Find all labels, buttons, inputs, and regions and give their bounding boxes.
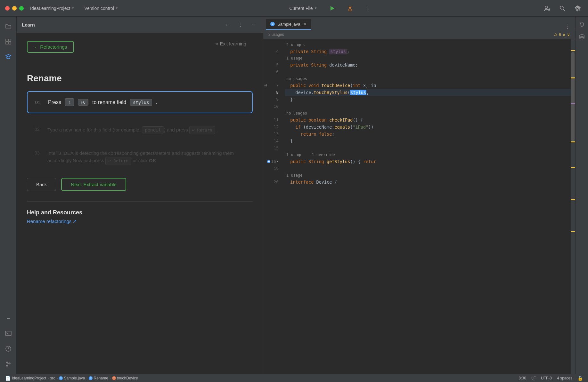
svg-point-19 xyxy=(8,350,9,350)
step-3-shortcut: ↩ Return xyxy=(105,157,131,165)
usage-marker-4: 2 usages xyxy=(285,42,571,48)
notifications-icon xyxy=(579,21,585,28)
minimize-button[interactable] xyxy=(12,6,17,11)
svg-point-1 xyxy=(349,9,351,11)
editor-panel: © Sample.java ✕ ⋮ 2 usages ⚠ 6 ∧ ∨ 4 xyxy=(263,17,575,374)
step-3-inner: 03 IntelliJ IDEA is detecting the corres… xyxy=(35,150,245,165)
indent-setting[interactable]: 4 spaces xyxy=(557,376,572,380)
project-selector[interactable]: IdeaLearningProject ▾ xyxy=(30,6,74,11)
step-2-text: Type a new name for this field (for exam… xyxy=(47,126,218,134)
learn-back-button[interactable]: ← xyxy=(223,20,232,29)
shortcut-shift-key: ⇧ xyxy=(65,98,74,106)
sidebar-item-learn[interactable] xyxy=(1,50,15,64)
settings-button[interactable] xyxy=(573,3,583,13)
more-menu-button[interactable]: ⋮ xyxy=(363,3,373,13)
line-num-5: 5 xyxy=(263,61,282,68)
version-control-selector[interactable]: Version control ▾ xyxy=(84,6,118,11)
sidebar-item-more[interactable]: ··· xyxy=(1,311,15,325)
statusbar: 📄 IdeaLearningProject › src › © Sample.j… xyxy=(0,374,588,382)
folder-icon xyxy=(5,23,12,30)
usage-marker-11: no usages xyxy=(285,110,571,116)
next-button[interactable]: Next: Extract variable xyxy=(61,178,126,191)
line-num-13: 13 xyxy=(263,131,282,138)
tab-label: Sample.java xyxy=(277,22,300,27)
notifications-button[interactable] xyxy=(576,19,587,30)
current-file-label: Current File xyxy=(289,6,313,11)
database-button[interactable] xyxy=(576,31,587,42)
sidebar-item-terminal[interactable] xyxy=(1,326,15,340)
editor-tab-sample-java[interactable]: © Sample.java ✕ xyxy=(266,19,311,30)
line-16-expand[interactable]: ▸ xyxy=(277,158,279,165)
breadcrumb-method[interactable]: m touchDevice xyxy=(112,376,138,380)
maximize-button[interactable] xyxy=(19,6,24,11)
learn-minimize-button[interactable]: − xyxy=(249,20,258,29)
line-ending[interactable]: LF xyxy=(531,376,536,380)
learn-more-button[interactable]: ⋮ xyxy=(236,20,245,29)
exit-learning-button[interactable]: ⇥ Exit learning xyxy=(208,38,253,49)
warning-badge: ⚠ 6 ∧ ∨ xyxy=(554,32,570,37)
breadcrumb-rename[interactable]: © Rename xyxy=(89,376,108,380)
sidebar-item-problems[interactable] xyxy=(1,342,15,356)
run-button[interactable] xyxy=(327,3,337,13)
code-editor: 4 5 6 @ 7 8 9 10 11 12 13 14 15 xyxy=(263,39,575,374)
tab-more-button[interactable]: ⋮ xyxy=(565,24,570,30)
tab-close-button[interactable]: ✕ xyxy=(303,21,307,27)
sidebar-item-folder[interactable] xyxy=(1,19,15,33)
version-chevron-icon: ▾ xyxy=(116,6,118,10)
editor-scrollbar[interactable] xyxy=(571,39,575,374)
help-divider xyxy=(27,201,253,202)
step-3-number: 03 xyxy=(35,150,44,155)
problems-icon xyxy=(5,345,12,352)
step-1-text-rename: to rename field xyxy=(92,99,126,105)
svg-point-20 xyxy=(6,362,8,363)
encoding[interactable]: UTF-8 xyxy=(541,376,552,380)
line-num-14: 14 xyxy=(263,138,282,145)
add-profile-icon xyxy=(544,5,550,12)
code-line-16: public String getStylus() { retur xyxy=(285,158,571,165)
scroll-mark-2 xyxy=(571,77,575,78)
step-1-row: 01 Press ⇧ F6 to rename field stylus . xyxy=(35,98,244,106)
breadcrumb-project[interactable]: IdeaLearningProject xyxy=(12,376,46,380)
sidebar-item-modules[interactable] xyxy=(1,35,15,49)
help-link[interactable]: Rename refactorings ↗ xyxy=(27,219,77,224)
tab-java-icon: © xyxy=(270,22,275,26)
warning-down-button[interactable]: ∨ xyxy=(567,32,570,37)
close-button[interactable] xyxy=(5,6,10,11)
code-line-10 xyxy=(285,103,571,110)
main-layout: ··· xyxy=(0,17,588,374)
code-content[interactable]: 2 usages private String stylus; 1 usage … xyxy=(282,39,571,374)
lock-icon[interactable]: 🔒 xyxy=(577,376,583,381)
scrollbar-thumb[interactable] xyxy=(571,52,575,141)
step-3-box: 03 IntelliJ IDEA is detecting the corres… xyxy=(27,145,253,170)
stylus-field: stylus xyxy=(329,49,347,54)
search-button[interactable] xyxy=(557,3,568,13)
breadcrumb-sep-2: › xyxy=(56,376,58,380)
cursor-position[interactable]: 8:30 xyxy=(519,376,526,380)
back-button[interactable]: Back xyxy=(27,178,56,191)
code-line-7: public void touchDevice(int x, in xyxy=(285,82,571,89)
svg-point-5 xyxy=(545,6,548,9)
sidebar-item-git[interactable] xyxy=(1,357,15,371)
breadcrumb-sep-4: › xyxy=(110,376,111,380)
usage-marker-5: 1 usage xyxy=(285,55,571,61)
line-num-8: 8 xyxy=(263,89,282,96)
breadcrumb-file[interactable]: © Sample.java xyxy=(59,376,85,380)
scroll-mark-4 xyxy=(571,141,575,142)
help-title: Help and Resources xyxy=(27,209,253,216)
svg-rect-14 xyxy=(9,42,11,44)
code-line-4: private String stylus; xyxy=(285,48,571,55)
rename-title: Rename xyxy=(27,73,253,84)
settings-icon xyxy=(575,5,581,12)
debug-button[interactable] xyxy=(345,3,355,13)
shortcut-f6-key: F6 xyxy=(78,99,89,106)
breadcrumb-src[interactable]: src xyxy=(50,376,55,380)
refactorings-button[interactable]: ← Refactorings xyxy=(27,41,74,53)
project-chevron-icon: ▾ xyxy=(72,6,74,10)
add-profile-button[interactable] xyxy=(542,3,552,13)
code-line-6 xyxy=(285,68,571,76)
warning-count: 6 xyxy=(559,32,561,37)
activity-bar: ··· xyxy=(0,17,17,374)
warning-up-button[interactable]: ∧ xyxy=(562,32,566,37)
current-file-selector[interactable]: Current File ▾ xyxy=(287,4,319,12)
breadcrumb-sep-1: › xyxy=(47,376,49,380)
